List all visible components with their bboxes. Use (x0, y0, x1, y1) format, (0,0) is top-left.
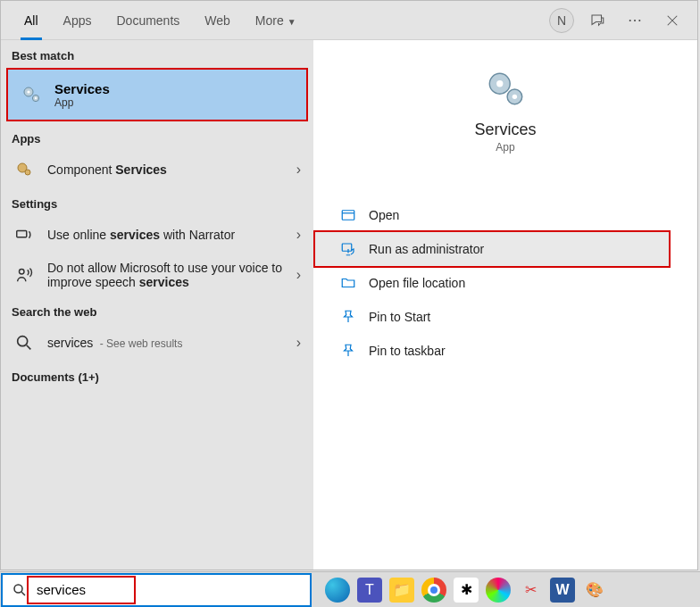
edge-icon[interactable] (325, 578, 350, 603)
feedback-icon[interactable] (583, 6, 612, 35)
preview-title: Services (474, 121, 536, 139)
best-match-sub: App (54, 96, 110, 109)
chevron-right-icon: › (296, 162, 301, 178)
paint-icon[interactable]: 🎨 (582, 578, 607, 603)
tab-documents[interactable]: Documents (104, 1, 192, 40)
app-icon[interactable] (486, 578, 511, 603)
slack-icon[interactable]: ✱ (454, 578, 479, 603)
open-action[interactable]: Open (313, 198, 697, 232)
app-result[interactable]: Component Services › (1, 151, 313, 188)
pin-icon (340, 343, 356, 359)
chevron-right-icon: › (296, 335, 301, 351)
search-icon (12, 582, 28, 598)
best-match-header: Best match (1, 40, 313, 68)
web-result[interactable]: services - See web results › (1, 324, 313, 362)
pin-taskbar-action[interactable]: Pin to taskbar (313, 334, 697, 368)
taskbar-search[interactable] (1, 573, 312, 607)
snip-icon[interactable]: ✂ (518, 578, 543, 603)
gears-icon (13, 159, 35, 180)
tab-all[interactable]: All (12, 1, 51, 40)
svg-point-1 (27, 90, 29, 93)
svg-rect-14 (342, 244, 352, 251)
pin-icon (340, 309, 356, 325)
speech-icon (13, 264, 35, 286)
user-avatar[interactable]: N (549, 8, 574, 33)
setting-result[interactable]: Use online services with Narrator › (1, 216, 313, 254)
start-search-window: All Apps Documents Web More▼ N ⋯ Best ma… (0, 0, 698, 570)
run-as-admin-action[interactable]: Run as administrator (313, 230, 671, 268)
chevron-right-icon: › (296, 267, 301, 283)
search-icon (13, 332, 35, 353)
search-input[interactable] (37, 582, 301, 597)
gears-icon (483, 67, 528, 112)
best-match-result[interactable]: Services App (6, 68, 308, 121)
tab-apps[interactable]: Apps (51, 1, 104, 40)
admin-icon (340, 241, 356, 257)
pin-start-action[interactable]: Pin to Start (313, 300, 697, 334)
svg-point-12 (512, 95, 517, 99)
svg-rect-6 (17, 230, 27, 237)
svg-rect-13 (342, 211, 354, 220)
preview-sub: App (496, 141, 514, 154)
best-match-title: Services (54, 81, 110, 96)
teams-icon[interactable]: T (357, 578, 382, 603)
svg-point-15 (14, 585, 22, 593)
gears-icon (21, 84, 42, 105)
more-options-icon[interactable]: ⋯ (621, 6, 649, 35)
tabs-row: All Apps Documents Web More▼ N ⋯ (1, 1, 697, 40)
settings-header: Settings (1, 188, 313, 216)
documents-header: Documents (1+) (1, 362, 313, 389)
apps-header: Apps (1, 123, 313, 151)
svg-point-5 (25, 170, 30, 175)
narrator-icon (13, 224, 35, 245)
search-web-header: Search the web (1, 296, 313, 324)
svg-point-7 (20, 270, 25, 275)
close-icon[interactable] (658, 6, 687, 35)
tab-more[interactable]: More▼ (243, 1, 309, 40)
word-icon[interactable]: W (550, 578, 575, 603)
chevron-right-icon: › (296, 227, 301, 243)
results-panel: Best match Services App Apps Component S… (1, 40, 313, 570)
file-explorer-icon[interactable]: 📁 (389, 578, 414, 603)
svg-point-8 (18, 337, 28, 346)
taskbar: T 📁 ✱ ✂ W 🎨 (0, 571, 700, 607)
svg-point-10 (496, 80, 503, 87)
svg-point-3 (35, 97, 37, 99)
chrome-icon[interactable] (421, 578, 446, 603)
folder-icon (340, 275, 356, 291)
tab-web[interactable]: Web (192, 1, 243, 40)
setting-result[interactable]: Do not allow Microsoft to use your voice… (1, 254, 313, 296)
open-icon (340, 207, 356, 223)
open-file-location-action[interactable]: Open file location (313, 266, 697, 300)
preview-panel: Services App Open Run as administrator O… (313, 40, 697, 570)
chevron-down-icon: ▼ (288, 17, 296, 27)
